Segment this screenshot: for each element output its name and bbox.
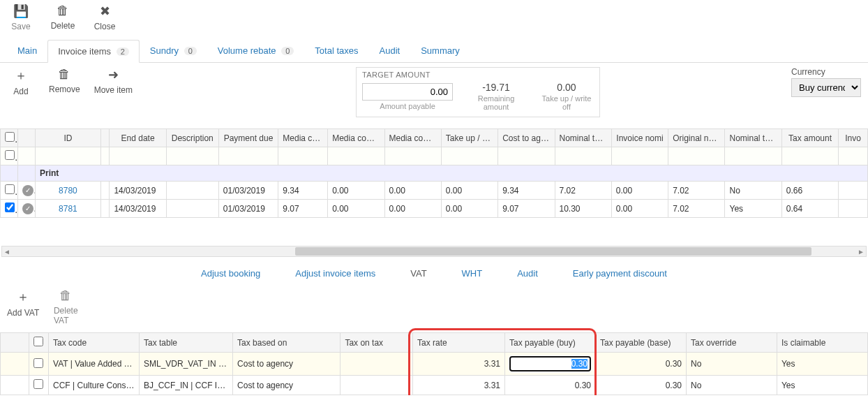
cell-tax-payable-base: 0.30 <box>596 376 687 395</box>
vheader-checkbox[interactable] <box>29 333 48 353</box>
vat-row-checkbox[interactable] <box>33 379 43 389</box>
plus-icon: ＋ <box>17 288 29 305</box>
vheader-tax-table[interactable]: Tax table <box>140 333 233 353</box>
table-row[interactable]: ✓ 8781 14/03/2019 01/03/2019 9.07 0.00 0… <box>1 200 868 218</box>
tab-total-taxes[interactable]: Total taxes <box>304 39 368 62</box>
currency-select[interactable]: Buy currency <box>791 78 861 97</box>
subtab-audit[interactable]: Audit <box>517 268 538 279</box>
subtab-wht[interactable]: WHT <box>462 268 483 279</box>
group-row-print[interactable]: Print <box>1 165 868 182</box>
takeup-value: 0.00 <box>539 82 594 93</box>
cell-tax-on-tax <box>341 353 413 376</box>
remove-button[interactable]: 🗑 Remove <box>49 67 80 96</box>
row-checkbox[interactable] <box>5 202 15 212</box>
header-media-cost[interactable]: Media cost <box>278 129 328 147</box>
add-vat-button[interactable]: ＋ Add VAT <box>7 288 39 325</box>
row-in: 0.00 <box>611 182 668 200</box>
delete-button[interactable]: 🗑 Delete <box>49 3 77 31</box>
header-cost-agency[interactable]: Cost to agenc <box>498 129 555 147</box>
cell-tax-payable-buy-edit[interactable] <box>505 353 596 376</box>
subtab-vat[interactable]: VAT <box>410 268 426 279</box>
subtab-epd[interactable]: Early payment discount <box>573 268 667 279</box>
tab-audit[interactable]: Audit <box>369 39 411 62</box>
header-invoice-nomi[interactable]: Invoice nomi <box>611 129 668 147</box>
currency-panel: Currency Buy currency <box>791 67 861 97</box>
tab-sundry-label: Sundry <box>150 45 179 56</box>
tab-main[interactable]: Main <box>7 39 47 62</box>
vheader-tax-code[interactable]: Tax code <box>49 333 140 353</box>
tab-sundry[interactable]: Sundry 0 <box>140 39 207 62</box>
vheader-tax-based-on[interactable]: Tax based on <box>233 333 341 353</box>
row-pd: 01/03/2019 <box>218 182 278 200</box>
amount-payable-label: Amount payable <box>362 102 453 110</box>
remaining-value: -19.71 <box>467 82 525 93</box>
subtab-adjust-booking[interactable]: Adjust booking <box>201 268 260 279</box>
subtab-adjust-invoice[interactable]: Adjust invoice items <box>295 268 375 279</box>
header-id[interactable]: ID <box>36 129 101 147</box>
vheader-tax-override[interactable]: Tax override <box>686 333 777 353</box>
scroll-thumb[interactable] <box>295 247 811 256</box>
close-button[interactable]: ✖ Close <box>91 3 119 31</box>
tab-volume-rebate[interactable]: Volume rebate 0 <box>207 39 305 62</box>
row-ta: 0.66 <box>781 182 838 200</box>
cell-tax-override: No <box>686 376 777 395</box>
vat-row[interactable]: CCF | Culture Cons… BJ_CCF_IN | CCF I… C… <box>1 376 868 395</box>
header-end[interactable]: End date <box>110 129 166 147</box>
header-desc[interactable]: Description <box>166 129 218 147</box>
row-in: 0.00 <box>611 200 668 218</box>
vat-row-checkbox[interactable] <box>33 358 43 368</box>
row-id-link[interactable]: 8780 <box>36 182 101 200</box>
header-checkbox[interactable] <box>1 129 18 147</box>
vheader-tax-payable-buy[interactable]: Tax payable (buy) <box>505 333 596 353</box>
move-item-button[interactable]: ➜ Move item <box>94 67 133 96</box>
tab-invoice-items[interactable]: Invoice items 2 <box>47 40 140 63</box>
grid-horizontal-scrollbar[interactable]: ◄ ► <box>1 246 867 257</box>
row-ntr: 10.30 <box>555 200 611 218</box>
scroll-left-arrow-icon[interactable]: ◄ <box>2 246 12 256</box>
header-takeup[interactable]: Take up / writ <box>441 129 497 147</box>
header-tax-amount[interactable]: Tax amount <box>781 129 838 147</box>
cell-tax-table: SML_VDR_VAT_IN |… <box>140 353 233 376</box>
save-icon: 💾 <box>13 3 29 19</box>
header-original-nomi[interactable]: Original nomi <box>668 129 725 147</box>
vat-grid-wrap: Tax code Tax table Tax based on Tax on t… <box>0 332 868 395</box>
grid-filter-row[interactable] <box>1 147 868 165</box>
target-title: TARGET AMOUNT <box>362 71 594 79</box>
amount-payable-input[interactable] <box>362 83 453 101</box>
header-media-comm2[interactable]: Media commi <box>384 129 441 147</box>
filter-checkbox[interactable] <box>5 150 15 160</box>
row-ntc: No <box>725 182 781 200</box>
vat-row[interactable]: VAT | Value Added Tax SML_VDR_VAT_IN |… … <box>1 353 868 376</box>
cell-tax-on-tax <box>341 376 413 395</box>
remaining-label: Remaining amount <box>467 94 525 111</box>
tab-volume-badge: 0 <box>281 47 294 55</box>
save-button[interactable]: 💾 Save <box>7 3 35 31</box>
row-pd: 01/03/2019 <box>218 200 278 218</box>
delete-vat-button[interactable]: 🗑 Delete VAT <box>52 288 80 325</box>
row-mc: 9.34 <box>278 182 328 200</box>
row-mcm2: 0.00 <box>384 200 441 218</box>
vheader-tax-rate[interactable]: Tax rate <box>413 333 505 353</box>
vheader-tax-on-tax[interactable]: Tax on tax <box>341 333 413 353</box>
add-button[interactable]: ＋ Add <box>7 67 35 96</box>
add-vat-label: Add VAT <box>7 308 39 318</box>
trash-icon: 🗑 <box>57 3 69 18</box>
header-nominal-tax-c[interactable]: Nominal tax c <box>725 129 781 147</box>
cell-tax-code: CCF | Culture Cons… <box>49 376 140 395</box>
vheader-is-claimable[interactable]: Is claimable <box>777 333 867 353</box>
header-nominal-tax-r[interactable]: Nominal tax r <box>555 129 611 147</box>
group-label: Print <box>36 165 868 182</box>
header-payment-due[interactable]: Payment due <box>218 129 278 147</box>
scroll-right-arrow-icon[interactable]: ► <box>856 246 866 256</box>
tab-volume-label: Volume rebate <box>218 45 276 56</box>
vheader-tax-payable-base[interactable]: Tax payable (base) <box>596 333 687 353</box>
header-media-comm1[interactable]: Media commi <box>328 129 384 147</box>
target-amount-panel: TARGET AMOUNT Amount payable -19.71 Rema… <box>356 67 600 117</box>
table-row[interactable]: ✓ 8780 14/03/2019 01/03/2019 9.34 0.00 0… <box>1 182 868 200</box>
row-id-link[interactable]: 8781 <box>36 200 101 218</box>
header-inv[interactable]: Invo <box>839 129 868 147</box>
tax-payable-buy-input[interactable] <box>509 356 591 371</box>
header-splitter <box>100 129 110 147</box>
row-checkbox[interactable] <box>5 184 15 194</box>
tab-summary[interactable]: Summary <box>410 39 470 62</box>
